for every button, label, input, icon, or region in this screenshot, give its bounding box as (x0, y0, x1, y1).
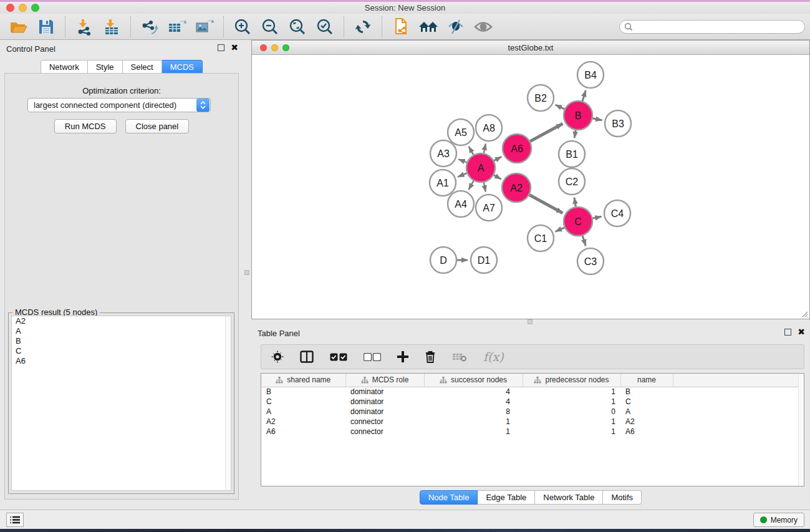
result-scrollbar[interactable] (225, 316, 231, 490)
select-all-icon[interactable] (330, 353, 347, 361)
tab-network-table[interactable]: Network Table (535, 490, 603, 505)
column-view-icon[interactable] (300, 351, 314, 363)
edge-A-A5[interactable] (469, 147, 474, 155)
memory-button[interactable]: Memory (753, 513, 804, 527)
node-C2[interactable]: C2 (559, 168, 585, 195)
column-header-shared-name[interactable]: shared name (261, 374, 345, 387)
edge-A-A3[interactable] (458, 159, 466, 162)
node-table[interactable]: shared nameMCDS rolesuccessor nodesprede… (261, 373, 804, 486)
float-table-panel-icon[interactable] (784, 329, 791, 336)
deselect-all-icon[interactable] (364, 353, 381, 361)
gear-icon[interactable] (271, 351, 284, 363)
column-header-predecessor-nodes[interactable]: predecessor nodes (523, 374, 620, 387)
run-mcds-button[interactable]: Run MCDS (54, 119, 117, 133)
table-scrollbar[interactable] (798, 374, 804, 486)
import-table-icon[interactable] (100, 16, 123, 37)
node-A6[interactable]: A6 (503, 134, 531, 163)
node-D[interactable]: D (430, 247, 456, 273)
edge-A-A1[interactable] (458, 173, 466, 177)
tab-network[interactable]: Network (41, 60, 88, 74)
edge-C-C3[interactable] (582, 236, 586, 246)
node-A4[interactable]: A4 (448, 191, 474, 217)
edge-A-A4[interactable] (469, 181, 474, 190)
export-image-icon[interactable] (193, 16, 216, 37)
zoom-out-icon[interactable] (259, 16, 281, 37)
edge-A-A6[interactable] (494, 157, 501, 160)
tab-style[interactable]: Style (88, 60, 123, 74)
hide-graphics-icon[interactable] (445, 16, 467, 37)
node-C3[interactable]: C3 (577, 248, 604, 274)
home-views-icon[interactable] (417, 16, 440, 37)
import-network-icon[interactable] (73, 16, 95, 37)
mcds-result-list[interactable]: A2ABCA6 (11, 316, 231, 491)
node-A2[interactable]: A2 (502, 173, 531, 202)
node-A1[interactable]: A1 (430, 170, 456, 196)
close-window-button[interactable] (6, 4, 14, 12)
resize-grip-icon[interactable] (801, 310, 808, 317)
table-row[interactable]: A6connector11A6 (261, 427, 804, 437)
tab-node-table[interactable]: Node Table (420, 490, 478, 505)
network-minimize-button[interactable] (271, 44, 278, 51)
close-panel-icon[interactable]: ✖ (231, 44, 238, 51)
edge-B-B3[interactable] (593, 118, 602, 120)
node-B2[interactable]: B2 (528, 85, 554, 111)
minimize-window-button[interactable] (19, 4, 27, 12)
node-B[interactable]: B (564, 101, 592, 130)
function-builder-icon[interactable]: f(x) (483, 350, 504, 364)
horizontal-splitter[interactable] (251, 319, 810, 324)
node-A[interactable]: A (466, 153, 495, 182)
zoom-fit-icon[interactable] (286, 16, 309, 37)
zoom-in-icon[interactable] (231, 16, 254, 37)
tab-motifs[interactable]: Motifs (603, 490, 642, 505)
network-window-titlebar[interactable]: testGlobe.txt (252, 41, 809, 55)
network-close-button[interactable] (260, 44, 267, 51)
close-panel-button[interactable]: Close panel (125, 119, 190, 133)
network-file-icon[interactable] (390, 16, 412, 37)
column-header-name[interactable]: name (620, 374, 673, 387)
table-row[interactable]: Adominator80A (261, 407, 804, 417)
result-item[interactable]: A2 (12, 316, 231, 326)
column-header-successor-nodes[interactable]: successor nodes (424, 374, 523, 387)
task-history-button[interactable] (6, 513, 24, 527)
edge-C-C1[interactable] (556, 228, 564, 231)
result-item[interactable]: A6 (12, 356, 231, 366)
result-item[interactable]: B (12, 336, 231, 346)
tab-mcds[interactable]: MCDS (162, 60, 203, 74)
tab-edge-table[interactable]: Edge Table (478, 490, 535, 505)
node-A3[interactable]: A3 (430, 140, 456, 167)
edge-C-C4[interactable] (593, 216, 602, 218)
node-A8[interactable]: A8 (476, 115, 502, 141)
node-C4[interactable]: C4 (604, 200, 630, 226)
node-A5[interactable]: A5 (448, 119, 474, 145)
table-row[interactable]: Bdominator41B (261, 387, 804, 397)
export-table-icon[interactable] (166, 16, 188, 37)
node-C[interactable]: C (564, 207, 592, 236)
node-B3[interactable]: B3 (605, 110, 631, 137)
open-icon[interactable] (7, 16, 30, 37)
edge-B-B2[interactable] (556, 105, 565, 109)
edge-A-A7[interactable] (484, 183, 486, 192)
save-icon[interactable] (35, 16, 57, 37)
network-canvas[interactable]: B4B2BB3A5A8A6A3AB1A1A2C2A4A7C4CC1DD1C3 (252, 55, 809, 319)
edge-A-A2[interactable] (494, 175, 501, 180)
edge-A6-B[interactable] (530, 123, 562, 141)
node-C1[interactable]: C1 (528, 225, 554, 251)
edge-A-A8[interactable] (484, 143, 486, 153)
export-network-icon[interactable] (138, 16, 161, 37)
edge-C-C2[interactable] (574, 198, 576, 207)
zoom-selected-icon[interactable] (314, 16, 336, 37)
node-A7[interactable]: A7 (476, 195, 502, 221)
column-header-mcds-role[interactable]: MCDS role (345, 374, 424, 387)
delete-column-icon[interactable] (425, 351, 436, 363)
table-row[interactable]: A2connector11A2 (261, 417, 804, 427)
add-column-icon[interactable] (397, 351, 408, 362)
result-item[interactable]: A (12, 326, 231, 336)
show-graphics-icon[interactable] (472, 16, 494, 37)
edge-B-B4[interactable] (582, 90, 586, 101)
vertical-splitter[interactable] (243, 40, 251, 510)
node-D1[interactable]: D1 (471, 247, 497, 273)
node-B4[interactable]: B4 (577, 62, 604, 88)
refresh-icon[interactable] (352, 16, 374, 37)
edge-B-B1[interactable] (574, 130, 576, 138)
tab-select[interactable]: Select (123, 60, 162, 74)
